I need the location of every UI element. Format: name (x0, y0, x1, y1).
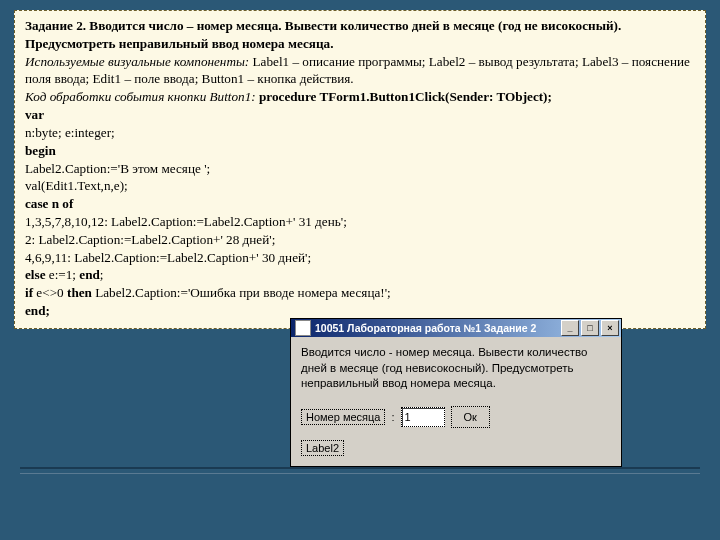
code-l8: 2: Label2.Caption:=Label2.Caption+' 28 д… (25, 231, 695, 249)
app-window: 10051 Лабораторная работа №1 Задание 2 _… (290, 318, 622, 467)
month-input[interactable]: 1 (401, 407, 445, 427)
components-label: Используемые визуальные компоненты: (25, 54, 249, 69)
code-begin: begin (25, 142, 695, 160)
code-l5: val(Edit1.Text,n,e); (25, 177, 695, 195)
code-l10: else e:=1; end; (25, 266, 695, 284)
code-l7: 1,3,5,7,8,10,12: Label2.Caption:=Label2.… (25, 213, 695, 231)
code-l6: case n of (25, 195, 695, 213)
handler-line: Код обработки события кнопки Button1: pr… (25, 88, 695, 106)
window-title: 10051 Лабораторная работа №1 Задание 2 (315, 322, 561, 334)
input-caption-label: Номер месяца (301, 409, 385, 425)
task-code-box: Задание 2. Вводится число – номер месяца… (14, 10, 706, 329)
result-label: Label2 (301, 440, 344, 456)
divider-line (20, 467, 700, 474)
task-title-body: Вводится число – номер месяца. Вывести к… (25, 18, 621, 51)
components-line: Используемые визуальные компоненты: Labe… (25, 53, 695, 89)
handler-label: Код обработки события кнопки Button1: (25, 89, 256, 104)
code-l9: 4,6,9,11: Label2.Caption:=Label2.Caption… (25, 249, 695, 267)
app-icon (295, 320, 311, 336)
program-description-label: Вводится число - номер месяца. Вывести к… (301, 345, 611, 392)
minimize-button[interactable]: _ (561, 320, 579, 336)
task-title-prefix: Задание 2. (25, 18, 86, 33)
maximize-button[interactable]: □ (581, 320, 599, 336)
code-l11: if e<>0 then Label2.Caption:='Ошибка при… (25, 284, 695, 302)
close-button[interactable]: × (601, 320, 619, 336)
titlebar[interactable]: 10051 Лабораторная работа №1 Задание 2 _… (291, 319, 621, 337)
handler-signature: procedure TForm1.Button1Click(Sender: TO… (256, 89, 552, 104)
code-var: var (25, 106, 695, 124)
code-l4: Label2.Caption:='В этом месяце '; (25, 160, 695, 178)
ok-button[interactable]: Ок (451, 406, 490, 428)
code-decl: n:byte; e:integer; (25, 124, 695, 142)
task-title: Задание 2. Вводится число – номер месяца… (25, 17, 695, 53)
